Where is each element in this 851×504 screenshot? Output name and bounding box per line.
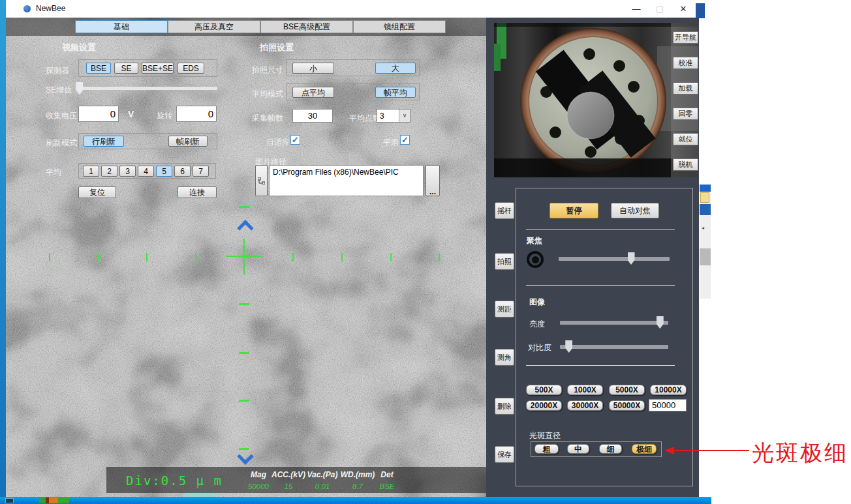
scale-tick — [146, 253, 147, 261]
rotation-label: 旋转 — [157, 110, 172, 121]
refresh-frame-button[interactable]: 帧刷新 — [168, 136, 208, 147]
spot-coarse-button[interactable]: 粗 — [534, 444, 559, 454]
points-select[interactable]: 3 ∨ — [377, 109, 410, 123]
mag-1000x-button[interactable]: 1000X — [567, 385, 603, 395]
taskbar-icon-fragment[interactable] — [58, 497, 69, 503]
mag-30000x-button[interactable]: 30000X — [567, 400, 603, 411]
chevron-down-icon[interactable]: ∨ — [399, 110, 410, 122]
mag-value-input[interactable] — [649, 399, 687, 411]
close-button[interactable]: ✕ — [672, 0, 695, 18]
scale-tick — [49, 253, 50, 261]
detector-se-button[interactable]: SE — [114, 63, 138, 74]
desktop: NewBee — ▢ ✕ — [0, 0, 851, 504]
contrast-slider-thumb[interactable] — [565, 340, 572, 353]
taskbar[interactable] — [0, 497, 711, 504]
brightness-slider-thumb[interactable] — [657, 316, 664, 329]
reset-button[interactable]: 复位 — [78, 186, 116, 198]
photo-size-large-button[interactable]: 大 — [375, 63, 416, 74]
path-link-icon[interactable] — [255, 165, 268, 196]
mag-500x-button[interactable]: 500X — [526, 385, 562, 395]
tab-hv-vacuum[interactable]: 高压及真空 — [168, 20, 260, 33]
collect-voltage-label: 收集电压 — [46, 110, 77, 121]
avg-point-button[interactable]: 点平均 — [292, 87, 334, 98]
focus-slider[interactable] — [559, 257, 670, 261]
minimize-button[interactable]: — — [625, 0, 648, 18]
collect-voltage-input[interactable] — [78, 106, 119, 122]
avg-frame-button[interactable]: 帧平均 — [375, 87, 416, 98]
average-label: 平均 — [46, 167, 61, 178]
detector-label: 探测器 — [46, 65, 69, 76]
focus-slider-thumb[interactable] — [628, 252, 635, 265]
taskbar-app-icon[interactable] — [5, 498, 14, 503]
stage-zero-button[interactable]: 回零 — [673, 108, 698, 120]
divider — [526, 365, 675, 366]
points-select-value: 3 — [380, 111, 384, 121]
tool-measure-angle-button[interactable]: 测角 — [495, 349, 514, 366]
div-scale-label: Div:0.5 μ m — [126, 473, 223, 488]
maximize-button[interactable]: ▢ — [648, 0, 672, 18]
average-2-button[interactable]: 2 — [101, 166, 117, 177]
crosshair-vertical — [243, 239, 245, 274]
image-section-label: 图像 — [529, 297, 545, 308]
voltage-unit-label: V — [128, 109, 134, 119]
taskbar-icon-fragment[interactable] — [39, 497, 46, 503]
average-1-button[interactable]: 1 — [83, 166, 99, 177]
smooth-checkbox[interactable]: ✓ — [400, 135, 410, 145]
pause-button[interactable]: 暂停 — [549, 203, 598, 218]
tool-joystick-button[interactable]: 摇杆 — [495, 202, 514, 219]
browse-button[interactable]: ... — [425, 165, 440, 196]
average-5-button[interactable]: 5 — [156, 166, 172, 177]
tab-basic[interactable]: 基础 — [75, 20, 168, 33]
autofocus-button[interactable]: 自动对焦 — [611, 203, 659, 218]
spot-medium-button[interactable]: 中 — [567, 444, 589, 454]
stage-open-nav-button[interactable]: 开导航 — [673, 31, 698, 44]
se-gain-slider[interactable] — [76, 87, 217, 90]
peek-yellow-icon — [700, 192, 709, 203]
spot-ultrafine-button[interactable]: 极细 — [632, 444, 657, 454]
photo-size-small-button[interactable]: 小 — [292, 63, 334, 74]
scale-tick — [98, 253, 99, 261]
detector-bse-button[interactable]: BSE — [86, 63, 111, 74]
detector-bse-se-button[interactable]: BSE+SE — [142, 63, 174, 74]
stage-load-button[interactable]: 加载 — [673, 82, 698, 95]
mag-5000x-button[interactable]: 5000X — [609, 385, 645, 395]
divider — [526, 230, 675, 230]
mag-50000x-button[interactable]: 50000X — [609, 400, 645, 411]
peek-blue-bar — [700, 185, 711, 192]
tool-photo-button[interactable]: 拍照 — [495, 253, 514, 270]
tab-lens-config[interactable]: 镜组配置 — [353, 20, 446, 33]
smooth-label: 平滑 — [383, 137, 399, 148]
average-4-button[interactable]: 4 — [138, 166, 154, 177]
refresh-line-button[interactable]: 行刷新 — [84, 136, 124, 147]
stage-calibrate-button[interactable]: 校准 — [673, 57, 698, 69]
taskbar-icon-fragment[interactable] — [49, 497, 58, 503]
average-3-button[interactable]: 3 — [119, 166, 136, 177]
adaptive-checkbox[interactable]: ✓ — [290, 135, 300, 145]
tool-measure-distance-button[interactable]: 测距 — [495, 301, 514, 318]
mag-10000x-button[interactable]: 10000X — [650, 385, 687, 395]
average-6-button[interactable]: 6 — [174, 166, 191, 177]
frames-input[interactable] — [292, 109, 333, 123]
peek-arrow-glyph: ◂ — [702, 225, 704, 231]
status-header-det: Det — [380, 470, 393, 479]
mag-20000x-button[interactable]: 20000X — [526, 400, 562, 411]
tab-bse-advanced[interactable]: BSE高级配置 — [260, 20, 353, 33]
connect-button[interactable]: 连接 — [178, 186, 217, 198]
scale-tick — [239, 352, 249, 354]
spot-fine-button[interactable]: 细 — [599, 444, 622, 454]
average-7-button[interactable]: 7 — [193, 166, 209, 177]
brightness-slider[interactable] — [560, 321, 668, 325]
stage-offline-button[interactable]: 脱机 — [673, 158, 698, 171]
path-textbox[interactable]: D:\Program Files (x86)\NewBee\PIC — [269, 165, 424, 196]
stage-in-position-button[interactable]: 就位 — [673, 133, 698, 145]
sem-viewport[interactable]: 基础 高压及真空 BSE高级配置 镜组配置 视频设置 探测器 BSE SE BS… — [6, 18, 486, 497]
stage-button-strip — [671, 23, 698, 177]
background-window-fragment — [696, 3, 705, 18]
tool-delete-button[interactable]: 删除 — [495, 398, 514, 415]
app-icon — [23, 5, 31, 12]
detector-eds-button[interactable]: EDS — [178, 63, 204, 74]
contrast-slider[interactable] — [560, 345, 668, 349]
tool-save-button[interactable]: 保存 — [495, 446, 514, 463]
rotation-input[interactable] — [176, 106, 217, 122]
background-window-edge: ◂ — [700, 185, 711, 299]
